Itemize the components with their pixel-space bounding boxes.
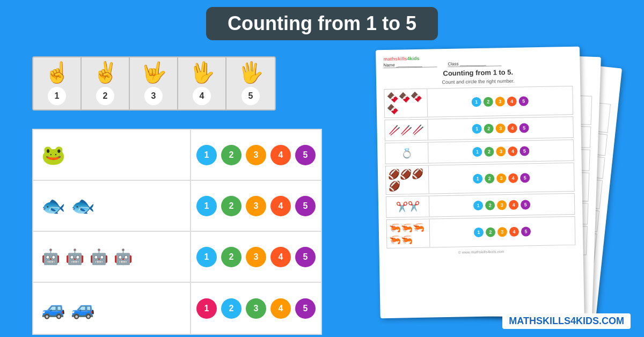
ws-num-2[interactable]: 2 [486, 227, 495, 237]
item-icon: 🚙 [71, 299, 95, 318]
ws-row-4: ✂️✂️12345 [386, 193, 575, 218]
ws-row-img-4: ✂️✂️ [386, 196, 430, 217]
ws-num-2[interactable]: 2 [484, 124, 493, 134]
ws-num-4[interactable]: 4 [509, 227, 519, 237]
num-bubble-2[interactable]: 2 [221, 298, 241, 319]
ws-row-2: 💍12345 [385, 140, 574, 164]
ws-num-3[interactable]: 3 [495, 97, 505, 106]
ws-num-4[interactable]: 4 [509, 200, 518, 210]
ws-num-4[interactable]: 4 [507, 123, 517, 133]
num-bubble-4[interactable]: 4 [270, 196, 291, 216]
hand-cell-5: 🖐️ 5 [226, 57, 275, 109]
num-bubble-1[interactable]: 1 [196, 247, 217, 267]
title-banner: Counting from 1 to 5 [206, 7, 438, 40]
count-numbers-0: 12345 [191, 130, 321, 180]
worksheets-area: mathskills4kids Name ___________ Class _… [322, 48, 633, 322]
ws-num-4[interactable]: 4 [507, 97, 517, 106]
hand-number-4: 4 [193, 87, 211, 105]
ws-num-4[interactable]: 4 [508, 146, 517, 156]
num-bubble-4[interactable]: 4 [270, 247, 291, 267]
ws-row-nums-5: 12345 [430, 224, 575, 240]
page-title: Counting from 1 to 5 [228, 12, 416, 35]
num-bubble-2[interactable]: 2 [221, 145, 241, 165]
hand-cell-4: 🖖 4 [178, 57, 226, 109]
count-numbers-1: 12345 [191, 181, 321, 231]
hand-emoji-4: 🖖 [188, 57, 215, 87]
ws-num-5[interactable]: 5 [521, 226, 531, 236]
item-icon: 🤖 [90, 250, 108, 265]
count-images-0: 🐸 [33, 130, 191, 180]
ws-num-1[interactable]: 1 [472, 147, 482, 157]
ws-num-1[interactable]: 1 [472, 124, 481, 134]
num-bubble-4[interactable]: 4 [270, 298, 291, 319]
ws-num-5[interactable]: 5 [520, 173, 530, 182]
item-icon: 🤖 [65, 250, 84, 265]
hands-panel: ☝️ 1 ✌️ 2 🤟 3 🖖 4 🖐️ 5 [32, 56, 276, 111]
hand-number-2: 2 [96, 87, 114, 105]
ws-row-nums-2: 12345 [428, 143, 573, 160]
item-icon: 🚙 [41, 299, 65, 318]
ws-row-1: 🥢🥢🥢12345 [384, 116, 574, 141]
hand-cell-3: 🤟 3 [130, 57, 178, 109]
ws-row-nums-3: 12345 [429, 170, 574, 187]
count-images-2: 🤖🤖🤖🤖 [33, 232, 191, 282]
hand-cell-2: ✌️ 2 [82, 57, 130, 109]
ws-num-5[interactable]: 5 [519, 123, 529, 133]
ws-num-1[interactable]: 1 [473, 201, 483, 210]
ws-num-2[interactable]: 2 [485, 200, 495, 210]
ws-num-5[interactable]: 5 [521, 200, 530, 209]
num-bubble-1[interactable]: 1 [196, 145, 217, 165]
num-bubble-3[interactable]: 3 [246, 145, 266, 165]
hand-cell-1: ☝️ 1 [33, 57, 82, 109]
ws-row-img-0: 🍫🍫🍫🍫 [384, 89, 428, 118]
ws-name-front: Name ___________ [383, 62, 437, 68]
item-icon: 🤖 [41, 250, 60, 265]
count-numbers-2: 12345 [191, 232, 321, 282]
item-icon: 🤖 [114, 250, 133, 265]
ws-title-front: Counting from 1 to 5. [384, 67, 573, 78]
num-bubble-5[interactable]: 5 [295, 247, 316, 267]
ws-num-2[interactable]: 2 [485, 173, 494, 183]
ws-num-3[interactable]: 3 [495, 123, 505, 133]
num-bubble-5[interactable]: 5 [295, 298, 316, 319]
num-bubble-1[interactable]: 1 [196, 196, 217, 216]
item-icon: 🐟 [71, 196, 95, 216]
num-bubble-2[interactable]: 2 [221, 196, 241, 216]
count-images-1: 🐟🐟 [33, 181, 191, 231]
num-bubble-2[interactable]: 2 [221, 247, 241, 267]
ws-num-1[interactable]: 1 [473, 174, 482, 184]
ws-num-2[interactable]: 2 [484, 97, 493, 107]
num-bubble-5[interactable]: 5 [295, 145, 316, 165]
num-bubble-3[interactable]: 3 [246, 298, 266, 319]
ws-row-img-3: 🏈🏈🏈🏈 [386, 166, 429, 194]
ws-num-4[interactable]: 4 [508, 173, 518, 183]
ws-front-url: © www.mathskills4kids.com [387, 248, 576, 255]
ws-num-3[interactable]: 3 [496, 146, 506, 156]
ws-subtitle-front: Count and circle the right number. [384, 77, 573, 86]
num-bubble-3[interactable]: 3 [246, 247, 266, 267]
ws-row-img-1: 🥢🥢🥢 [385, 120, 428, 141]
item-icon: 🐟 [41, 196, 65, 216]
counting-panel: 🐸12345🐟🐟12345🤖🤖🤖🤖12345🚙🚙12345 [32, 129, 322, 335]
ws-num-3[interactable]: 3 [497, 200, 507, 210]
hand-number-1: 1 [48, 87, 66, 105]
ws-num-1[interactable]: 1 [474, 228, 484, 237]
ws-row-0: 🍫🍫🍫🍫12345 [384, 86, 573, 118]
num-bubble-3[interactable]: 3 [246, 196, 266, 216]
count-numbers-3: 12345 [191, 283, 321, 334]
num-bubble-5[interactable]: 5 [295, 196, 316, 216]
count-images-3: 🚙🚙 [33, 283, 191, 334]
ws-num-5[interactable]: 5 [519, 96, 529, 106]
count-row-0: 🐸12345 [33, 130, 321, 181]
ws-row-img-5: 🦐🦐🦐🦐🦐 [387, 219, 430, 248]
ws-num-1[interactable]: 1 [472, 97, 481, 107]
ws-num-2[interactable]: 2 [484, 147, 494, 157]
ws-class-front: Class ___________ [448, 61, 501, 67]
ws-num-3[interactable]: 3 [497, 227, 507, 237]
ws-num-5[interactable]: 5 [519, 146, 529, 156]
ws-row-nums-1: 12345 [428, 120, 573, 137]
num-bubble-1[interactable]: 1 [196, 298, 217, 319]
ws-num-3[interactable]: 3 [496, 173, 506, 183]
hand-emoji-1: ☝️ [43, 57, 70, 87]
num-bubble-4[interactable]: 4 [270, 145, 291, 165]
